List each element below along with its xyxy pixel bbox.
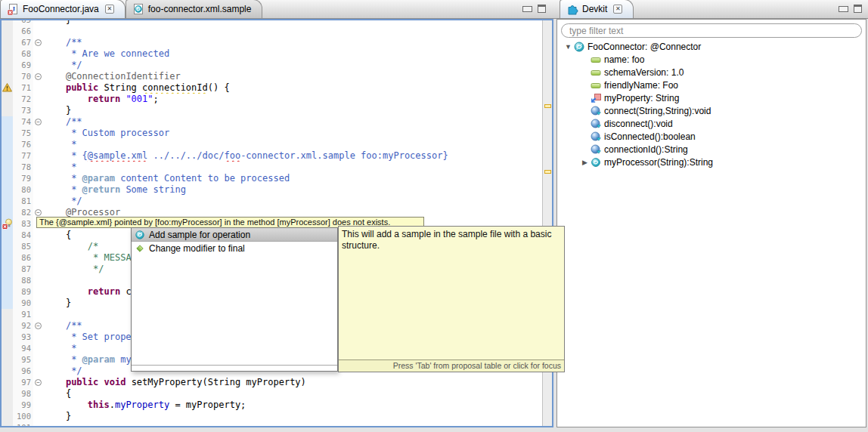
fold-gutter bbox=[33, 82, 44, 94]
warning-icon[interactable] bbox=[2, 82, 13, 94]
tab-devkit[interactable]: Devkit ✕ bbox=[560, 0, 634, 18]
code-line: 99 this.myProperty = myProperty; bbox=[2, 400, 542, 411]
attribute-icon bbox=[590, 54, 604, 66]
xml-sample-icon bbox=[132, 3, 144, 15]
code-line: 101 bbox=[2, 422, 542, 426]
tree-item[interactable]: myProperty: String bbox=[557, 91, 866, 104]
fold-gutter bbox=[33, 139, 44, 150]
method-icon bbox=[590, 105, 604, 117]
code-text[interactable]: * bbox=[44, 162, 542, 173]
tree-item[interactable]: schemaVersion: 1.0 bbox=[557, 66, 866, 79]
fold-gutter bbox=[33, 173, 44, 184]
tree-item-label: connect(String,String):void bbox=[604, 106, 711, 116]
fold-collapse-icon[interactable]: − bbox=[33, 116, 44, 128]
code-text[interactable]: } bbox=[44, 105, 542, 116]
annotation-gutter bbox=[2, 20, 13, 26]
devkit-window-buttons bbox=[839, 5, 862, 13]
tree-item[interactable]: friendlyName: Foo bbox=[557, 79, 866, 91]
line-number: 70 bbox=[13, 71, 33, 82]
code-text[interactable]: * {@sample.xml ../../../doc/foo-connecto… bbox=[44, 150, 542, 162]
code-text[interactable]: public void setMyProperty(String myPrope… bbox=[44, 377, 542, 388]
chevron-down-icon[interactable]: ▼ bbox=[563, 43, 573, 51]
tab-fooconnector-java[interactable]: J FooConnector.java ✕ bbox=[0, 0, 126, 18]
warning-marker[interactable] bbox=[544, 104, 551, 108]
fold-collapse-icon[interactable]: − bbox=[33, 320, 44, 332]
tree-item[interactable]: connect(String,String):void bbox=[557, 104, 866, 117]
annotation-gutter bbox=[2, 286, 13, 298]
code-text[interactable]: /** bbox=[44, 37, 542, 48]
line-number: 90 bbox=[13, 298, 33, 309]
close-icon[interactable]: ✕ bbox=[105, 5, 114, 14]
fold-gutter bbox=[33, 388, 44, 400]
fold-collapse-icon[interactable]: − bbox=[33, 377, 44, 388]
annotation-gutter bbox=[2, 411, 13, 422]
line-number: 71 bbox=[13, 82, 33, 94]
processor-icon bbox=[590, 156, 604, 168]
code-text[interactable]: * @param content Content to be processed bbox=[44, 173, 542, 184]
tree-item[interactable]: connectionId():String bbox=[557, 143, 866, 156]
annotation-gutter bbox=[2, 354, 13, 366]
fold-collapse-icon[interactable]: − bbox=[33, 71, 44, 82]
code-text[interactable]: * bbox=[44, 139, 542, 150]
minimize-icon[interactable] bbox=[839, 6, 848, 12]
proposal-item[interactable]: Change modifier to final bbox=[132, 242, 337, 255]
code-text[interactable]: } bbox=[44, 20, 542, 26]
fold-gutter bbox=[33, 94, 44, 105]
code-text[interactable]: * Custom processor bbox=[44, 128, 542, 139]
error-bulb-icon[interactable] bbox=[2, 218, 13, 230]
tree-item-label: myProcessor(String):String bbox=[604, 157, 713, 168]
fold-gutter bbox=[33, 128, 44, 139]
line-number: 88 bbox=[13, 275, 33, 286]
tree-item[interactable]: disconnect():void bbox=[557, 117, 866, 130]
annotation-gutter bbox=[2, 105, 13, 116]
filter-input[interactable] bbox=[561, 23, 862, 38]
code-text[interactable]: * Are we connected bbox=[44, 48, 542, 60]
fold-gutter bbox=[33, 298, 44, 309]
tree-item-label: FooConnector: @Connector bbox=[587, 42, 701, 52]
code-text[interactable]: this.myProperty = myProperty; bbox=[44, 400, 542, 411]
line-number: 81 bbox=[13, 196, 33, 207]
annotation-gutter bbox=[2, 309, 13, 320]
line-number: 83 bbox=[13, 218, 33, 230]
tree-item-label: myProperty: String bbox=[604, 93, 679, 103]
fold-gutter bbox=[33, 332, 44, 343]
tab-foo-connector-xml-sample[interactable]: foo-connector.xml.sample bbox=[126, 0, 263, 18]
minimize-icon[interactable] bbox=[522, 6, 532, 12]
code-text[interactable]: { bbox=[44, 388, 542, 400]
close-icon[interactable]: ✕ bbox=[613, 5, 622, 14]
warning-marker[interactable] bbox=[544, 170, 551, 174]
tree-item[interactable]: ▼FooConnector: @Connector bbox=[557, 40, 866, 53]
tree-item-label: name: foo bbox=[604, 54, 644, 65]
line-number: 78 bbox=[13, 162, 33, 173]
code-line: 100 } bbox=[2, 411, 542, 422]
code-text[interactable]: return "001"; bbox=[44, 94, 542, 105]
code-text[interactable]: */ bbox=[44, 196, 542, 207]
tree-item[interactable]: name: foo bbox=[557, 53, 866, 66]
maximize-icon[interactable] bbox=[854, 5, 862, 13]
line-number: 84 bbox=[13, 230, 33, 241]
code-text[interactable]: */ bbox=[44, 60, 542, 71]
line-number: 82 bbox=[13, 207, 33, 218]
proposal-label: Add sample for operation bbox=[149, 230, 250, 240]
fold-gutter bbox=[33, 26, 44, 37]
fold-gutter bbox=[33, 343, 44, 354]
tree-item[interactable]: isConnected():boolean bbox=[557, 130, 866, 143]
fold-collapse-icon[interactable]: − bbox=[33, 37, 44, 48]
code-text[interactable]: * @return Some string bbox=[44, 184, 542, 196]
fold-gutter bbox=[33, 422, 44, 426]
code-text[interactable]: } bbox=[44, 411, 542, 422]
fold-gutter bbox=[33, 196, 44, 207]
chevron-right-icon[interactable]: ▶ bbox=[580, 159, 590, 166]
annotation-gutter bbox=[2, 252, 13, 264]
maximize-icon[interactable] bbox=[538, 5, 546, 13]
proposal-item[interactable]: Add sample for operation bbox=[132, 228, 337, 242]
annotation-gutter bbox=[2, 184, 13, 196]
code-text[interactable]: @ConnectionIdentifier bbox=[44, 71, 542, 82]
code-text[interactable]: public String connectionId() { bbox=[44, 82, 542, 94]
code-text[interactable] bbox=[44, 422, 542, 426]
line-number: 87 bbox=[13, 264, 33, 275]
tree-item[interactable]: ▶myProcessor(String):String bbox=[557, 156, 866, 168]
code-text[interactable] bbox=[44, 26, 542, 37]
code-text[interactable]: /** bbox=[44, 116, 542, 128]
annotation-gutter bbox=[2, 400, 13, 411]
